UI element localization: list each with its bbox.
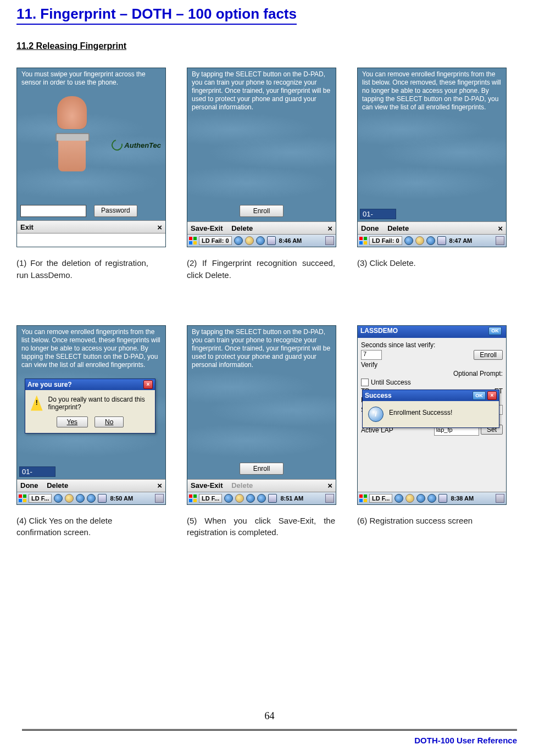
until-success-checkbox[interactable]	[361, 379, 369, 386]
seconds-label: Seconds since last verify:	[361, 341, 435, 349]
verify-label: Verify	[361, 361, 377, 369]
instruction-text: By tapping the SELECT button on the D-PA…	[192, 70, 331, 112]
dialog-close-icon[interactable]: ×	[143, 380, 153, 389]
password-input[interactable]	[20, 205, 86, 217]
close-icon[interactable]: ×	[157, 223, 162, 232]
instruction-text: By tapping the SELECT button on the D-PA…	[192, 328, 331, 369]
start-icon[interactable]	[189, 494, 197, 502]
page-title: 11. Fingerprint – DOTH – 100 option fact…	[16, 5, 297, 25]
caption-2: (2) If Fingerprint recognition succeed, …	[187, 257, 335, 281]
ld-status[interactable]: LD Fail: 0	[199, 236, 232, 245]
ld-status[interactable]: LD F...	[29, 494, 52, 503]
tray-icon[interactable]	[437, 236, 446, 245]
start-icon[interactable]	[359, 494, 367, 502]
fingerprint-list-item[interactable]: 01-	[360, 209, 396, 219]
authentec-logo: AuthenTec	[112, 140, 161, 151]
caption-3: (3) Click Delete.	[357, 257, 505, 269]
footer-rule	[22, 729, 517, 731]
tray-icon[interactable]	[268, 494, 277, 503]
screenshot-1: You must swipe your fingerprint across t…	[16, 68, 166, 247]
section-subtitle: 11.2 Releasing Fingerprint	[16, 41, 523, 51]
menu-delete[interactable]: Delete	[231, 224, 253, 232]
clock: 8:47 AM	[449, 237, 473, 244]
tray-icon[interactable]	[224, 494, 233, 503]
enroll-button[interactable]: Enroll	[240, 463, 284, 475]
instruction-text: You can remove enrolled fingerprints fro…	[21, 328, 161, 369]
tray-icon[interactable]	[98, 494, 107, 503]
sip-icon[interactable]	[496, 494, 504, 503]
dialog-message: Do you really want to discard this finge…	[48, 396, 149, 411]
enroll-button[interactable]: Enroll	[474, 350, 503, 360]
sip-icon[interactable]	[325, 494, 334, 503]
tray-icon[interactable]	[76, 494, 85, 503]
tray-icon[interactable]	[246, 494, 255, 503]
sip-icon[interactable]	[325, 236, 334, 245]
fingerprint-list-item[interactable]: 01-	[19, 466, 55, 477]
close-icon[interactable]: ×	[157, 481, 162, 490]
no-button[interactable]: No	[95, 416, 124, 427]
start-icon[interactable]	[359, 237, 367, 244]
tray-icon[interactable]	[87, 494, 96, 503]
caption-5: (5) When you click Save-Exit, the regist…	[187, 515, 335, 539]
yes-button[interactable]: Yes	[57, 416, 88, 427]
footer-reference: DOTH-100 User Reference	[414, 736, 517, 745]
close-icon[interactable]: ×	[327, 224, 332, 233]
instruction-text: You must swipe your fingerprint across t…	[21, 70, 161, 87]
menu-delete[interactable]: Delete	[387, 224, 409, 232]
screenshot-2: By tapping the SELECT button on the D-PA…	[187, 68, 336, 247]
tray-icon[interactable]	[404, 236, 413, 245]
close-icon[interactable]: ×	[327, 481, 332, 490]
menu-done[interactable]: Done	[361, 224, 379, 232]
page-number: 64	[0, 710, 539, 722]
until-success-label: Until Success	[371, 379, 411, 386]
menu-exit[interactable]: Exit	[20, 223, 34, 231]
tray-icon[interactable]	[427, 494, 436, 503]
menu-save-exit[interactable]: Save-Exit	[191, 481, 223, 490]
caption-6: (6) Registration success screen	[357, 515, 484, 527]
titlebar-ok-button[interactable]: OK	[488, 327, 502, 335]
password-button[interactable]: Password	[94, 205, 137, 217]
tray-icon[interactable]	[415, 236, 424, 245]
tray-icon[interactable]	[245, 236, 254, 245]
ld-status[interactable]: LD Fail: 0	[369, 236, 402, 245]
success-dialog: Success OK × i Enrollment Successs!	[362, 390, 499, 428]
fingerprint-illustration	[55, 96, 88, 171]
tray-icon[interactable]	[257, 494, 266, 503]
enroll-button[interactable]: Enroll	[240, 205, 284, 217]
tray-icon[interactable]	[65, 494, 74, 503]
menu-delete-disabled: Delete	[231, 481, 253, 490]
tray-icon[interactable]	[416, 494, 425, 503]
text-input-bar[interactable]	[17, 233, 165, 247]
tray-icon[interactable]	[394, 494, 403, 503]
close-icon[interactable]: ×	[498, 224, 503, 233]
tray-icon[interactable]	[267, 236, 276, 245]
menu-done[interactable]: Done	[20, 481, 38, 490]
ld-status[interactable]: LD F...	[199, 494, 222, 503]
tray-icon[interactable]	[256, 236, 265, 245]
menu-delete[interactable]: Delete	[47, 481, 68, 490]
tray-icon[interactable]	[54, 494, 63, 503]
start-icon[interactable]	[189, 237, 197, 244]
dialog-message: Enrollment Successs!	[389, 407, 452, 416]
dialog-ok-button[interactable]: OK	[473, 391, 486, 400]
screenshot-5: By tapping the SELECT button on the D-PA…	[187, 325, 336, 505]
swirl-icon	[110, 137, 125, 152]
sip-icon[interactable]	[155, 494, 164, 503]
seconds-value[interactable]: 7	[361, 350, 382, 360]
tray-icon[interactable]	[426, 236, 435, 245]
tray-icon[interactable]	[405, 494, 414, 503]
dialog-title: Are you sure?	[27, 381, 72, 388]
dialog-close-icon[interactable]: ×	[487, 391, 497, 400]
tray-icon[interactable]	[438, 494, 447, 503]
tray-icon[interactable]	[235, 494, 244, 503]
warning-icon	[31, 396, 43, 411]
menu-save-exit[interactable]: Save-Exit	[191, 224, 223, 232]
caption-1: (1) For the deletion of registration, ru…	[16, 257, 148, 281]
clock: 8:51 AM	[280, 495, 303, 502]
caption-4: (4) Click Yes on the delete confirmation…	[16, 515, 148, 539]
dialog-title: Success	[365, 392, 392, 399]
start-icon[interactable]	[19, 494, 26, 502]
ld-status[interactable]: LD F...	[369, 494, 392, 503]
sip-icon[interactable]	[496, 236, 504, 245]
tray-icon[interactable]	[234, 236, 243, 245]
